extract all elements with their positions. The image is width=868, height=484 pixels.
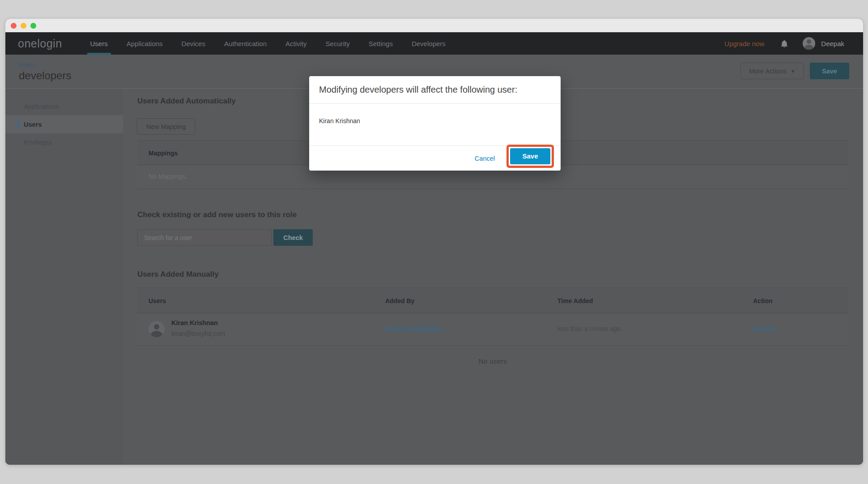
save-highlight-annotation: Save: [506, 145, 554, 168]
modal-affected-user: Kiran Krishnan: [319, 117, 551, 124]
modal-header: Modifying developers will affect the fol…: [309, 76, 561, 104]
modal-save-button[interactable]: Save: [510, 148, 550, 164]
modal-footer: Cancel Save: [309, 146, 561, 171]
desktop-background: onelogin Users Applications Devices Auth…: [0, 0, 868, 484]
confirm-modal: Modifying developers will affect the fol…: [309, 76, 561, 171]
modal-body: Kiran Krishnan: [309, 104, 561, 146]
modal-title: Modifying developers will affect the fol…: [319, 84, 551, 95]
modal-cancel-button[interactable]: Cancel: [475, 155, 495, 162]
